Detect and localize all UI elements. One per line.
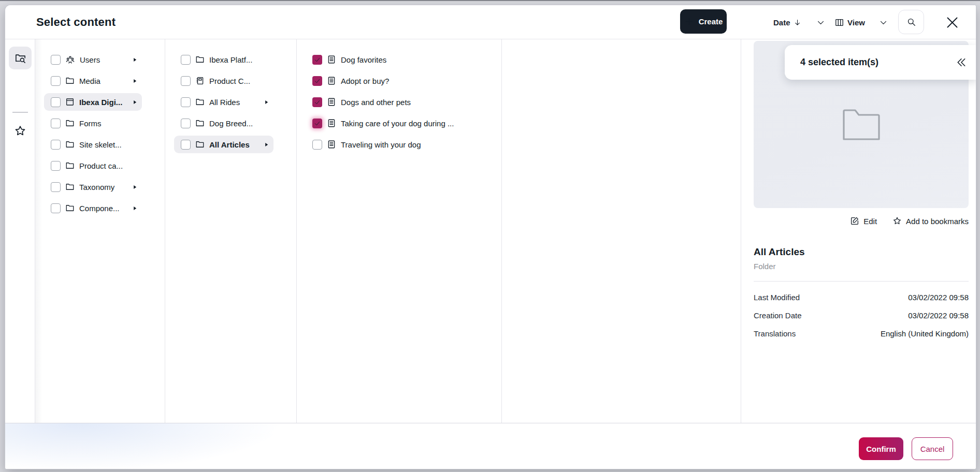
metadata-value: 03/02/2022 09:58: [908, 311, 969, 320]
article-icon: [327, 97, 336, 107]
browse-tab-button[interactable]: [9, 47, 32, 69]
edit-label: Edit: [863, 217, 877, 226]
item-checkbox[interactable]: [51, 140, 61, 150]
tree-item-label: Product C...: [209, 77, 269, 85]
tree-item[interactable]: Users: [44, 51, 142, 68]
close-button[interactable]: [941, 12, 963, 32]
chevron-down-icon: [879, 18, 888, 27]
create-button-label: Create: [699, 17, 723, 26]
view-chevron-button[interactable]: [879, 5, 888, 39]
rail-divider: [12, 112, 28, 113]
tree-column-4: [502, 39, 741, 423]
view-dropdown[interactable]: View: [834, 5, 865, 39]
item-checkbox[interactable]: [51, 182, 61, 192]
sort-chevron-button[interactable]: [816, 5, 825, 39]
item-checkbox[interactable]: [312, 140, 322, 150]
tree-item-label: Dog Breed...: [209, 119, 269, 128]
chevron-right-icon[interactable]: [132, 57, 138, 63]
tree-item[interactable]: Dog Breed...: [174, 114, 273, 132]
preview-actions: Edit Add to bookmarks: [850, 216, 969, 226]
collapse-panel-button[interactable]: [955, 56, 967, 68]
edit-button[interactable]: Edit: [850, 216, 877, 226]
tree-item[interactable]: Dog favorites: [306, 51, 479, 68]
bookmarks-tab-button[interactable]: [9, 120, 32, 142]
article-icon: [327, 140, 336, 149]
tree-item[interactable]: Taxonomy: [44, 178, 142, 196]
tree-item[interactable]: Traveling with your dog: [306, 136, 479, 153]
item-checkbox[interactable]: [51, 119, 61, 128]
chevron-right-icon[interactable]: [132, 78, 138, 84]
tree-item[interactable]: All Rides: [174, 93, 273, 111]
tree-item-label: Ibexa Digi...: [79, 98, 127, 107]
close-icon: [945, 16, 959, 30]
selected-items-card: 4 selected item(s): [785, 45, 976, 80]
metadata-row: Last Modified03/02/2022 09:58: [754, 288, 969, 306]
modal-title: Select content: [36, 16, 116, 29]
panel-divider: [754, 281, 969, 282]
modal-footer: Confirm Cancel: [5, 423, 976, 469]
tree-item-label: Taxonomy: [79, 183, 127, 191]
item-checkbox[interactable]: [181, 76, 191, 86]
tree-item[interactable]: Site skelet...: [44, 136, 142, 153]
search-button[interactable]: [898, 10, 924, 34]
tree-item-label: Product ca...: [79, 161, 138, 170]
chevron-right-icon[interactable]: [132, 205, 138, 211]
chevron-right-icon[interactable]: [132, 99, 138, 105]
confirm-button[interactable]: Confirm: [859, 437, 903, 460]
item-checkbox[interactable]: [312, 55, 322, 65]
folder-icon: [195, 119, 205, 128]
tree-item[interactable]: Product C...: [174, 72, 273, 90]
create-button[interactable]: Create: [680, 9, 727, 34]
tree-item[interactable]: Ibexa Digi...: [44, 93, 142, 111]
tree-item[interactable]: Ibexa Platf...: [174, 51, 273, 68]
item-checkbox[interactable]: [181, 97, 191, 107]
chevron-right-icon[interactable]: [264, 142, 269, 148]
chevron-right-icon[interactable]: [264, 99, 269, 105]
tree-item[interactable]: All Articles: [174, 136, 273, 153]
item-checkbox[interactable]: [312, 97, 322, 107]
folder-icon: [195, 55, 205, 64]
tree-item-label: Adopt or buy?: [341, 77, 474, 85]
tree-item[interactable]: Taking care of your dog during ...: [306, 114, 479, 132]
folder-icon: [65, 203, 75, 213]
item-checkbox[interactable]: [51, 161, 61, 171]
tree-item[interactable]: Forms: [44, 114, 142, 132]
sort-dropdown[interactable]: Date: [773, 5, 801, 39]
item-checkbox[interactable]: [181, 55, 191, 65]
item-checkbox[interactable]: [51, 76, 61, 86]
tree-item-label: Site skelet...: [79, 140, 138, 149]
content-type-label: Folder: [754, 262, 776, 271]
cancel-button[interactable]: Cancel: [912, 437, 953, 460]
item-checkbox[interactable]: [51, 97, 61, 107]
item-checkbox[interactable]: [51, 55, 61, 65]
double-chevron-left-icon: [955, 56, 967, 68]
item-checkbox[interactable]: [51, 203, 61, 213]
selected-count: 4 selected item(s): [800, 57, 955, 68]
tree-item-label: Dog favorites: [341, 55, 474, 64]
tree-item[interactable]: Compone...: [44, 199, 142, 217]
tree-column-2: Ibexa Platf...Product C...All RidesDog B…: [165, 39, 297, 423]
tree-item[interactable]: Adopt or buy?: [306, 72, 479, 90]
chevron-right-icon[interactable]: [132, 184, 138, 190]
metadata-label: Last Modified: [754, 293, 800, 302]
item-checkbox[interactable]: [181, 119, 191, 128]
metadata-value: English (United Kingdom): [881, 329, 969, 338]
folder-icon: [195, 97, 205, 107]
left-rail: [5, 39, 35, 423]
item-checkbox[interactable]: [181, 140, 191, 150]
tree-item[interactable]: Product ca...: [44, 157, 142, 174]
tree-item-label: Traveling with your dog: [341, 140, 474, 149]
tree-item[interactable]: Media: [44, 72, 142, 90]
big-folder-icon: [842, 108, 881, 141]
item-checkbox[interactable]: [312, 119, 322, 128]
add-to-bookmarks-button[interactable]: Add to bookmarks: [892, 216, 969, 226]
view-label: View: [847, 18, 865, 27]
item-checkbox[interactable]: [312, 76, 322, 86]
tree-item-label: Ibexa Platf...: [209, 55, 269, 64]
tree-item-label: Compone...: [79, 204, 127, 213]
arrow-down-icon: [794, 19, 801, 26]
plus-icon: [684, 17, 694, 26]
tree-item-label: Media: [79, 77, 127, 85]
tree-item[interactable]: Dogs and other pets: [306, 93, 479, 111]
page-background: Select content Create Date View: [0, 0, 980, 472]
